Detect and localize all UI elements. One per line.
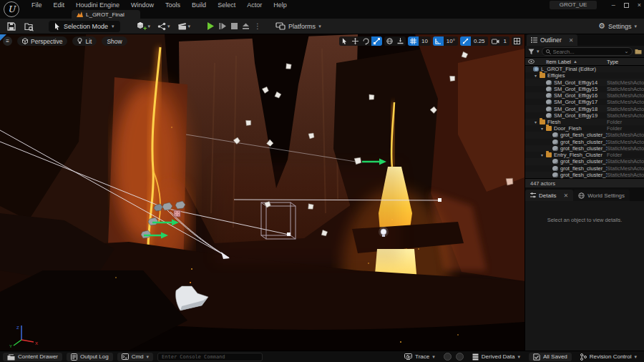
point-light-icon[interactable] [379,227,389,237]
derived-data-dropdown[interactable]: Derived Data ▾ [468,353,525,361]
camera-speed-button[interactable] [490,36,501,46]
menu-actor[interactable]: Actor [241,1,268,9]
perspective-dropdown[interactable]: Perspective [17,36,67,46]
outliner-search[interactable]: ⌄ [542,47,633,56]
play-options-button[interactable]: ⋮ [254,22,261,30]
menu-select[interactable]: Select [212,1,241,9]
insights-session-icon[interactable] [444,353,452,361]
scale-snap-toggle[interactable] [460,36,471,46]
grid-snap-value[interactable]: 10 [419,36,431,46]
visibility-eye-icon[interactable] [528,59,535,64]
outliner-row[interactable]: ▾ grot_flesh_cluster_1_0_2 StaticMeshAct… [525,132,644,138]
chevron-down-icon[interactable]: ⌄ [625,49,629,54]
rotate-tool-button[interactable] [361,36,371,46]
outliner-row[interactable]: ▾ SM_Grot_Effigy18 StaticMeshActor [525,105,644,112]
search-input[interactable] [553,49,623,55]
settings-dropdown[interactable]: ⚙ Settings ▾ [598,22,640,30]
chevron-down-icon[interactable]: ▾ [537,49,540,54]
outliner-row[interactable]: ▾ Entry_Flesh_Cluster Folder [525,152,644,158]
level-viewport[interactable]: Z Y X ≡ Perspective Lit S [0,34,525,351]
surface-snap-button[interactable] [395,36,406,46]
maximize-button[interactable] [624,3,629,8]
rotation-snap-toggle[interactable] [433,36,444,46]
menu-help[interactable]: Help [268,1,293,9]
scale-snap-value[interactable]: 0.25 [471,36,488,46]
outliner-row[interactable]: ▾ SM_Grot_Effigy17 StaticMeshActor [525,99,644,105]
close-icon[interactable]: ✕ [563,192,568,199]
outliner-row[interactable]: ▾ SM_Grot_Effigy19 StaticMeshActor [525,112,644,119]
column-item-label[interactable]: Item Label▲ [546,59,577,65]
viewport-options-button[interactable]: ≡ [3,36,12,46]
console-command-input[interactable] [162,354,258,360]
save-button[interactable] [4,21,19,32]
expand-arrow-icon[interactable]: ▾ [541,126,546,131]
tab-outliner[interactable]: Outliner ✕ [527,34,577,46]
skip-frame-button[interactable] [219,22,227,30]
content-drawer-button[interactable]: Content Drawer [3,353,62,361]
column-type[interactable]: Type [607,59,644,65]
cinematics-dropdown[interactable]: ▾ [175,21,193,32]
quad-view-icon [514,38,520,44]
svg-text:X: X [35,341,38,346]
screenshot-icon[interactable] [456,353,464,361]
menu-tools[interactable]: Tools [160,1,186,9]
menu-window[interactable]: Window [125,1,160,9]
console-command-box[interactable] [157,353,263,361]
all-saved-button[interactable]: All Saved [529,353,572,361]
outliner-row[interactable]: ▾ Flesh Folder [525,119,644,125]
blueprints-dropdown[interactable]: ▾ [155,21,172,32]
outliner-row[interactable]: ▾ grot_flesh_cluster_1_0_2 StaticMeshAct… [525,158,644,165]
outliner-row[interactable]: ▾ SM_Grot_Effigy14 StaticMeshActor [525,79,644,85]
show-dropdown[interactable]: Show [102,36,127,46]
move-tool-button[interactable] [350,36,361,46]
scale-tool-button[interactable] [371,36,382,46]
trace-dropdown[interactable]: Trace ▾ [400,353,439,361]
filter-icon[interactable] [528,49,535,55]
grid-snap-toggle[interactable] [408,36,419,46]
outliner-row[interactable]: ▾ grot_flesh_cluster_1_0_2 StaticMeshAct… [525,165,644,172]
stop-button[interactable] [231,23,238,29]
outliner-row[interactable]: ▾ grot_flesh_cluster_1_0_2 StaticMeshAct… [525,145,644,152]
minimize-button[interactable]: – [612,0,615,10]
tab-world-settings[interactable]: World Settings [573,190,630,201]
outliner-row[interactable]: ▾ grot_flesh_cluster_1_0_2 StaticMeshAct… [525,172,644,178]
outliner-row[interactable]: ▾ Effigies [525,72,644,79]
spline-node[interactable] [438,198,441,202]
expand-arrow-icon[interactable]: ▾ [541,152,546,157]
mesh-icon [552,166,558,171]
rotation-snap-value[interactable]: 10° [444,36,458,46]
unreal-logo-icon[interactable]: U [4,1,19,17]
emitter-sprite-icon[interactable] [174,210,180,217]
outliner-row[interactable]: ▾ Door_Flesh Folder [525,125,644,132]
selection-mode-dropdown[interactable]: Selection Mode ▾ [49,21,120,32]
play-button[interactable] [207,22,215,30]
tab-details[interactable]: Details ✕ [525,190,573,201]
outliner-row[interactable]: ▾ grot_flesh_cluster_1_0_2 StaticMeshAct… [525,139,644,145]
camera-speed-value[interactable]: 1 [501,36,509,46]
revision-control-dropdown[interactable]: Revision Control ▾ [576,353,641,361]
expand-arrow-icon[interactable]: ▾ [535,119,540,124]
add-actor-dropdown[interactable]: + ▾ [135,21,153,32]
outliner-row[interactable]: ▾ SM_Grot_Effigy15 StaticMeshActor [525,86,644,92]
new-folder-icon[interactable] [635,49,642,54]
cmd-dropdown[interactable]: Cmd ▾ [117,353,153,361]
menu-file[interactable]: File [26,1,48,9]
expand-arrow-icon[interactable]: ▾ [535,73,540,78]
menu-houdini-engine[interactable]: Houdini Engine [70,1,125,9]
menu-edit[interactable]: Edit [48,1,71,9]
lit-dropdown[interactable]: Lit [72,36,97,46]
output-log-button[interactable]: Output Log [67,353,113,361]
world-local-toggle[interactable] [384,36,395,46]
browse-content-button[interactable] [21,21,36,32]
outliner-row[interactable]: ▾ L_GROT_Final (Editor) [525,66,644,72]
derived-data-icon [472,353,479,361]
menu-build[interactable]: Build [186,1,212,9]
close-icon[interactable]: ✕ [569,37,574,44]
close-button[interactable]: × [638,0,641,10]
eject-button[interactable] [242,22,250,30]
tab-level[interactable]: L_GROT_Final [72,10,140,19]
select-tool-button[interactable] [339,36,350,46]
platforms-dropdown[interactable]: Platforms ▾ [275,22,321,30]
outliner-row[interactable]: ▾ SM_Grot_Effigy16 StaticMeshActor [525,92,644,99]
quad-view-button[interactable] [512,36,522,46]
